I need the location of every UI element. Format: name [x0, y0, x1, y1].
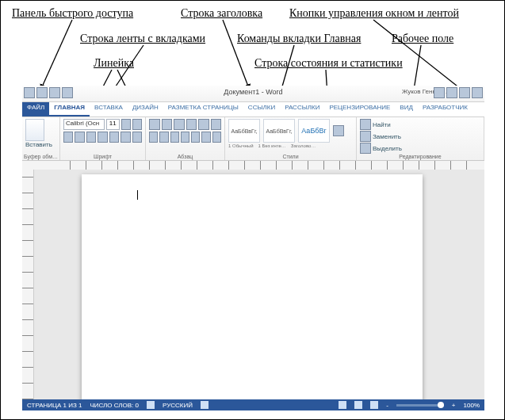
document-title: Документ1 - Word — [224, 88, 282, 96]
numbering-icon[interactable] — [162, 119, 173, 130]
replace-icon[interactable] — [360, 131, 371, 142]
ruler-vertical[interactable] — [22, 170, 34, 399]
macro-icon[interactable] — [201, 401, 209, 409]
zoom-value[interactable]: 100% — [464, 402, 480, 409]
style-nospacing[interactable]: АаБбВвГг, — [263, 119, 295, 143]
group-editing-label: Редактирование — [357, 154, 484, 159]
ribbon: Вставить Буфер обм… Calibri (Осн 11 — [22, 117, 484, 161]
group-font-label: Шрифт — [60, 154, 145, 159]
status-lang[interactable]: РУССКИЙ — [163, 402, 193, 409]
undo-icon[interactable] — [49, 87, 60, 98]
zoom-thumb[interactable] — [438, 402, 444, 408]
svg-line-0 — [40, 20, 72, 90]
tab-design[interactable]: ДИЗАЙН — [128, 102, 163, 116]
find-button[interactable]: Найти — [373, 121, 391, 128]
ribbon-opts-icon[interactable] — [434, 87, 445, 98]
zoom-slider[interactable] — [396, 404, 444, 407]
quick-access-toolbar — [24, 87, 73, 98]
diagram-stage: Панель быстрого доступа Строка заголовка… — [0, 0, 505, 420]
shrink-font-icon[interactable] — [132, 119, 142, 130]
callout-winbtns: Кнопки управления окном и лентой — [289, 7, 459, 20]
tab-mailings[interactable]: РАССЫЛКИ — [280, 102, 324, 116]
spellcheck-icon[interactable] — [147, 401, 155, 409]
paste-icon[interactable] — [25, 119, 44, 141]
highlight-icon[interactable] — [132, 132, 142, 143]
tab-insert[interactable]: ВСТАВКА — [90, 102, 128, 116]
group-paragraph-label: Абзац — [146, 154, 224, 159]
tab-view[interactable]: ВИД — [395, 102, 418, 116]
indent-dec-icon[interactable] — [186, 119, 197, 130]
grow-font-icon[interactable] — [121, 119, 131, 130]
replace-button[interactable]: Заменить — [373, 133, 401, 140]
tab-file[interactable]: ФАЙЛ — [22, 102, 49, 116]
borders-icon[interactable] — [212, 132, 221, 143]
align-center-icon[interactable] — [159, 132, 168, 143]
style-normal[interactable]: АаБбВвГг, — [228, 119, 260, 143]
minimize-icon[interactable] — [446, 87, 457, 98]
callout-qat: Панель быстрого доступа — [12, 7, 133, 20]
tab-page-layout[interactable]: РАЗМЕТКА СТРАНИЦЫ — [163, 102, 243, 116]
zoom-in[interactable]: + — [452, 402, 456, 409]
styles-more-icon[interactable] — [333, 125, 344, 136]
save-icon[interactable] — [36, 87, 48, 98]
group-styles-label: Стили — [225, 154, 356, 159]
view-web-icon[interactable] — [370, 401, 378, 409]
italic-icon[interactable] — [75, 132, 84, 143]
indent-inc-icon[interactable] — [198, 119, 209, 130]
callout-titlebar: Строка заголовка — [181, 7, 262, 20]
status-page[interactable]: СТРАНИЦА 1 ИЗ 1 — [27, 402, 82, 409]
status-words[interactable]: ЧИСЛО СЛОВ: 0 — [90, 402, 139, 409]
underline-icon[interactable] — [86, 132, 96, 143]
text-cursor — [137, 190, 138, 200]
style-heading1-label: Заголово… — [291, 143, 316, 148]
close-icon[interactable] — [472, 87, 483, 98]
align-left-icon[interactable] — [149, 132, 158, 143]
group-styles: АаБбВвГг, АаБбВвГг, АаБбВг 1 Обычный 1 Б… — [225, 117, 357, 160]
find-icon[interactable] — [360, 119, 371, 130]
paste-button[interactable]: Вставить — [25, 141, 56, 148]
page-viewport[interactable] — [34, 170, 484, 399]
font-color-icon[interactable] — [121, 132, 130, 143]
select-icon[interactable] — [360, 143, 371, 154]
tab-references[interactable]: ССЫЛКИ — [243, 102, 280, 116]
font-size-select[interactable]: 11 — [106, 119, 120, 130]
work-area — [22, 170, 484, 399]
font-family-select[interactable]: Calibri (Осн — [63, 119, 105, 130]
callout-ruler: Линейка — [94, 57, 134, 70]
word-window: Документ1 - Word Жуков Геннад… ФАЙЛ ГЛАВ… — [22, 86, 484, 410]
align-right-icon[interactable] — [170, 132, 179, 143]
group-font: Calibri (Осн 11 Шрифт — [60, 117, 146, 160]
group-clipboard: Вставить Буфер обм… — [22, 117, 60, 160]
bold-icon[interactable] — [63, 132, 73, 143]
view-read-icon[interactable] — [339, 401, 346, 409]
sort-icon[interactable] — [211, 119, 222, 130]
word-icon — [24, 87, 35, 98]
justify-icon[interactable] — [181, 132, 189, 143]
style-heading1[interactable]: АаБбВг — [298, 119, 330, 143]
redo-icon[interactable] — [62, 87, 73, 98]
shading-icon[interactable] — [201, 132, 210, 143]
bullets-icon[interactable] — [149, 119, 160, 130]
maximize-icon[interactable] — [459, 87, 470, 98]
callout-statusbar: Строка состояния и статистики — [254, 57, 403, 70]
view-print-icon[interactable] — [354, 401, 362, 409]
line-spacing-icon[interactable] — [191, 132, 200, 143]
strike-icon[interactable] — [98, 132, 107, 143]
callout-workfield: Рабочее поле — [392, 32, 453, 45]
title-bar: Документ1 - Word Жуков Геннад… — [22, 86, 484, 102]
status-bar: СТРАНИЦА 1 ИЗ 1 ЧИСЛО СЛОВ: 0 РУССКИЙ - … — [22, 399, 484, 410]
subscript-icon[interactable] — [109, 132, 119, 143]
group-paragraph: Абзац — [146, 117, 225, 160]
svg-line-1 — [223, 20, 250, 90]
zoom-out[interactable]: - — [386, 402, 388, 409]
style-normal-label: 1 Обычный — [228, 143, 254, 148]
tab-review[interactable]: РЕЦЕНЗИРОВАНИЕ — [324, 102, 395, 116]
document-page[interactable] — [82, 174, 423, 399]
multilevel-icon[interactable] — [174, 119, 185, 130]
tab-home[interactable]: ГЛАВНАЯ — [49, 102, 90, 116]
window-controls — [434, 87, 483, 98]
select-button[interactable]: Выделить — [373, 145, 402, 152]
tab-developer[interactable]: РАЗРАБОТЧИК — [418, 102, 472, 116]
ribbon-tabs: ФАЙЛ ГЛАВНАЯ ВСТАВКА ДИЗАЙН РАЗМЕТКА СТР… — [22, 102, 484, 117]
svg-line-2 — [373, 20, 465, 92]
